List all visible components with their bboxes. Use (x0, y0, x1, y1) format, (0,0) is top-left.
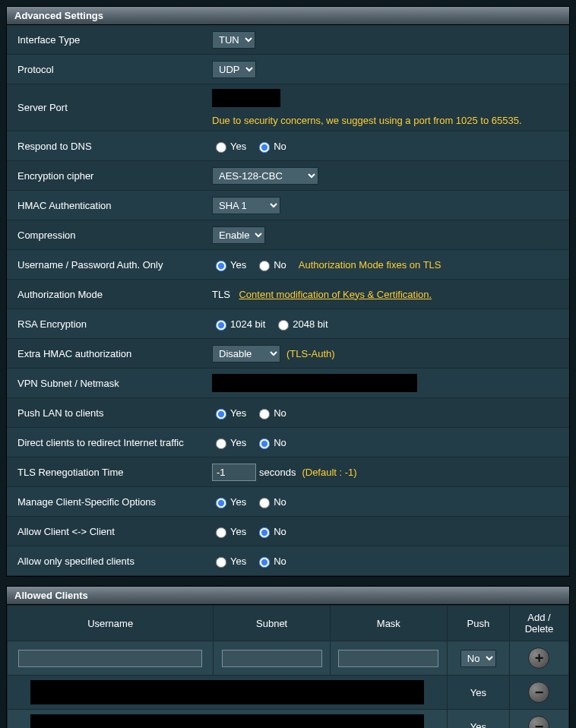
allowed-clients-table: Username Subnet Mask Push Add / Delete N… (7, 605, 569, 728)
th-subnet: Subnet (214, 606, 331, 641)
table-row: Yes − (8, 710, 569, 729)
push-lan-no[interactable] (259, 409, 270, 419)
manage-cs-no[interactable] (259, 498, 270, 508)
allow-cc-yes[interactable] (216, 527, 226, 538)
tls-reneg-unit: seconds (259, 467, 296, 478)
redacted-row-1 (30, 680, 424, 704)
allowed-clients-header: Allowed Clients (7, 587, 569, 605)
th-add-delete: Add / Delete (509, 606, 568, 641)
extra-hmac-select[interactable]: Disable (212, 345, 280, 362)
allow-spec-no[interactable] (259, 557, 270, 568)
protocol-label: Protocol (7, 56, 204, 83)
redirect-label: Direct clients to redirect Internet traf… (7, 429, 204, 456)
cipher-label: Encryption cipher (7, 163, 204, 189)
row-push-value: Yes (447, 676, 509, 710)
allowed-clients-panel: Allowed Clients Username Subnet Mask Pus… (6, 586, 570, 728)
redacted-row-2 (30, 714, 424, 728)
new-subnet-input[interactable] (222, 650, 322, 667)
interface-type-label: Interface Type (7, 27, 204, 53)
respond-dns-no[interactable] (259, 142, 270, 153)
table-row: Yes − (8, 676, 569, 710)
add-icon[interactable]: + (528, 647, 549, 669)
advanced-settings-header: Advanced Settings (7, 7, 569, 25)
row-push-value: Yes (447, 710, 509, 729)
delete-icon[interactable]: − (528, 682, 549, 703)
upw-note: Authorization Mode fixes on TLS (299, 259, 441, 271)
th-push: Push (447, 606, 509, 641)
new-push-select[interactable]: No (460, 650, 496, 667)
respond-dns-yes[interactable] (216, 142, 226, 153)
upw-label: Username / Password Auth. Only (7, 252, 204, 278)
hmac-select[interactable]: SHA 1 (212, 197, 280, 214)
th-mask: Mask (330, 606, 447, 641)
auth-mode-prefix: TLS (212, 289, 230, 300)
allow-cc-label: Allow Client <-> Client (7, 518, 204, 545)
push-lan-yes[interactable] (216, 409, 226, 419)
delete-icon[interactable]: − (528, 716, 549, 728)
new-username-input[interactable] (18, 650, 202, 667)
rsa-1024[interactable] (216, 320, 226, 331)
th-username: Username (8, 606, 214, 641)
rsa-2048[interactable] (278, 320, 289, 331)
allow-cc-no[interactable] (259, 527, 270, 538)
compression-select[interactable]: Enable (212, 226, 265, 244)
upw-no[interactable] (259, 261, 270, 271)
push-lan-label: Push LAN to clients (7, 400, 204, 426)
interface-type-select[interactable]: TUN (212, 31, 255, 49)
hmac-label: HMAC Authentication (7, 192, 204, 219)
redirect-yes[interactable] (216, 438, 226, 449)
cipher-select[interactable]: AES-128-CBC (212, 167, 318, 185)
vpn-subnet-label: VPN Subnet / Netmask (7, 370, 204, 397)
allow-spec-label: Allow only specified clients (7, 548, 204, 574)
tls-reneg-input[interactable] (212, 464, 256, 481)
manage-cs-label: Manage Client-Specific Options (7, 489, 204, 515)
protocol-select[interactable]: UDP (212, 61, 256, 78)
extra-hmac-note: (TLS-Auth) (286, 348, 335, 359)
new-mask-input[interactable] (338, 650, 438, 667)
advanced-settings-panel: Advanced Settings Interface Type TUN Pro… (6, 6, 570, 577)
tls-reneg-note: (Default : -1) (302, 467, 356, 478)
tls-reneg-label: TLS Renegotiation Time (7, 459, 204, 486)
server-port-label: Server Port (7, 94, 204, 121)
vpn-subnet-input[interactable] (212, 374, 417, 392)
auth-mode-link[interactable]: Content modification of Keys & Certifica… (239, 289, 432, 300)
server-port-input[interactable] (212, 89, 280, 107)
upw-yes[interactable] (216, 261, 226, 271)
manage-cs-yes[interactable] (216, 498, 226, 508)
redirect-no[interactable] (259, 438, 270, 449)
allow-spec-yes[interactable] (216, 557, 226, 568)
auth-mode-label: Authorization Mode (7, 281, 204, 308)
server-port-note: Due to security concerns, we suggest usi… (212, 115, 562, 126)
respond-dns-label: Respond to DNS (7, 133, 204, 160)
compression-label: Compression (7, 222, 204, 248)
rsa-label: RSA Encryption (7, 311, 204, 337)
extra-hmac-label: Extra HMAC authorization (7, 340, 204, 367)
